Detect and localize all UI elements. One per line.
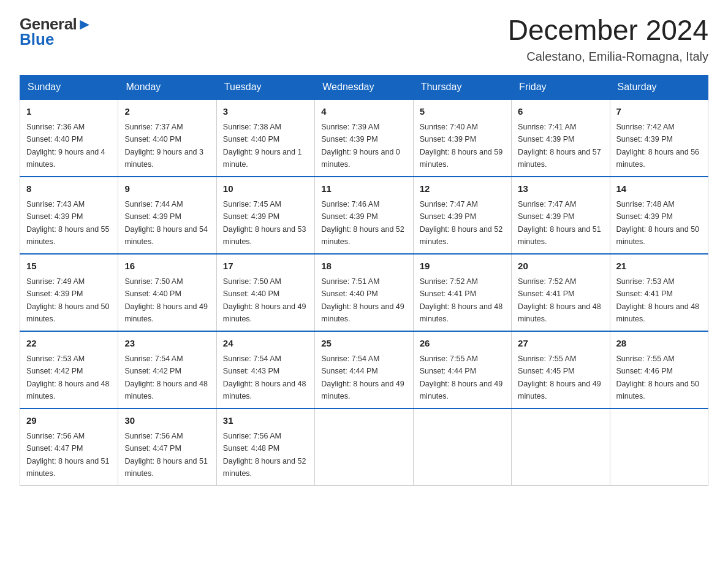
day-number: 28 — [616, 337, 702, 351]
day-info: Sunrise: 7:56 AMSunset: 4:48 PMDaylight:… — [223, 432, 306, 478]
calendar-cell: 31 Sunrise: 7:56 AMSunset: 4:48 PMDaylig… — [216, 408, 314, 486]
week-row-2: 8 Sunrise: 7:43 AMSunset: 4:39 PMDayligh… — [20, 177, 708, 254]
calendar-cell: 27 Sunrise: 7:55 AMSunset: 4:45 PMDaylig… — [512, 331, 610, 408]
day-number: 18 — [321, 259, 406, 274]
calendar-cell: 9 Sunrise: 7:44 AMSunset: 4:39 PMDayligh… — [118, 177, 216, 254]
calendar-cell: 13 Sunrise: 7:47 AMSunset: 4:39 PMDaylig… — [512, 177, 610, 254]
day-info: Sunrise: 7:51 AMSunset: 4:40 PMDaylight:… — [321, 277, 404, 323]
day-headers-row: Sunday Monday Tuesday Wednesday Thursday… — [20, 75, 708, 99]
header-monday: Monday — [118, 75, 216, 99]
calendar-cell: 19 Sunrise: 7:52 AMSunset: 4:41 PMDaylig… — [413, 254, 511, 331]
day-info: Sunrise: 7:44 AMSunset: 4:39 PMDaylight:… — [124, 200, 208, 246]
page-header: General► Blue December 2024 Calestano, E… — [20, 15, 708, 64]
calendar-cell: 18 Sunrise: 7:51 AMSunset: 4:40 PMDaylig… — [315, 254, 413, 331]
day-number: 8 — [26, 182, 112, 196]
day-info: Sunrise: 7:55 AMSunset: 4:46 PMDaylight:… — [616, 354, 700, 400]
calendar-cell: 11 Sunrise: 7:46 AMSunset: 4:39 PMDaylig… — [315, 177, 413, 254]
day-info: Sunrise: 7:37 AMSunset: 4:40 PMDaylight:… — [124, 123, 203, 169]
day-info: Sunrise: 7:47 AMSunset: 4:39 PMDaylight:… — [420, 200, 503, 246]
calendar-cell: 25 Sunrise: 7:54 AMSunset: 4:44 PMDaylig… — [315, 331, 413, 408]
day-number: 1 — [26, 105, 112, 119]
header-tuesday: Tuesday — [216, 75, 314, 99]
day-info: Sunrise: 7:50 AMSunset: 4:40 PMDaylight:… — [124, 277, 208, 323]
calendar-cell: 5 Sunrise: 7:40 AMSunset: 4:39 PMDayligh… — [413, 99, 511, 177]
calendar-cell: 24 Sunrise: 7:54 AMSunset: 4:43 PMDaylig… — [216, 331, 314, 408]
day-info: Sunrise: 7:52 AMSunset: 4:41 PMDaylight:… — [518, 277, 601, 323]
calendar-cell: 15 Sunrise: 7:49 AMSunset: 4:39 PMDaylig… — [20, 254, 118, 331]
day-info: Sunrise: 7:46 AMSunset: 4:39 PMDaylight:… — [321, 200, 404, 246]
day-number: 7 — [616, 105, 702, 119]
day-number: 10 — [223, 182, 308, 196]
day-info: Sunrise: 7:56 AMSunset: 4:47 PMDaylight:… — [26, 432, 110, 478]
day-info: Sunrise: 7:53 AMSunset: 4:42 PMDaylight:… — [26, 354, 110, 400]
day-info: Sunrise: 7:54 AMSunset: 4:44 PMDaylight:… — [321, 354, 404, 400]
logo-blue-text: Blue — [20, 30, 54, 49]
calendar-cell: 4 Sunrise: 7:39 AMSunset: 4:39 PMDayligh… — [315, 99, 413, 177]
day-info: Sunrise: 7:39 AMSunset: 4:39 PMDaylight:… — [321, 123, 400, 169]
day-number: 16 — [124, 259, 210, 274]
day-number: 2 — [124, 105, 210, 119]
day-number: 29 — [26, 414, 112, 428]
day-info: Sunrise: 7:54 AMSunset: 4:42 PMDaylight:… — [124, 354, 208, 400]
day-info: Sunrise: 7:41 AMSunset: 4:39 PMDaylight:… — [518, 123, 601, 169]
calendar-cell — [413, 408, 511, 486]
day-info: Sunrise: 7:55 AMSunset: 4:44 PMDaylight:… — [420, 354, 503, 400]
day-info: Sunrise: 7:43 AMSunset: 4:39 PMDaylight:… — [26, 200, 110, 246]
week-row-5: 29 Sunrise: 7:56 AMSunset: 4:47 PMDaylig… — [20, 408, 708, 486]
header-thursday: Thursday — [413, 75, 511, 99]
day-number: 31 — [223, 414, 308, 428]
day-number: 22 — [26, 337, 112, 351]
day-info: Sunrise: 7:54 AMSunset: 4:43 PMDaylight:… — [223, 354, 306, 400]
day-info: Sunrise: 7:36 AMSunset: 4:40 PMDaylight:… — [26, 123, 105, 169]
location-title: Calestano, Emilia-Romagna, Italy — [508, 50, 708, 64]
day-number: 9 — [124, 182, 210, 196]
day-info: Sunrise: 7:47 AMSunset: 4:39 PMDaylight:… — [518, 200, 601, 246]
day-info: Sunrise: 7:49 AMSunset: 4:39 PMDaylight:… — [26, 277, 110, 323]
day-info: Sunrise: 7:48 AMSunset: 4:39 PMDaylight:… — [616, 200, 700, 246]
week-row-3: 15 Sunrise: 7:49 AMSunset: 4:39 PMDaylig… — [20, 254, 708, 331]
calendar-cell — [610, 408, 708, 486]
day-number: 5 — [420, 105, 505, 119]
day-number: 11 — [321, 182, 406, 196]
day-number: 30 — [124, 414, 210, 428]
day-info: Sunrise: 7:40 AMSunset: 4:39 PMDaylight:… — [420, 123, 503, 169]
calendar-cell: 30 Sunrise: 7:56 AMSunset: 4:47 PMDaylig… — [118, 408, 216, 486]
calendar-cell: 12 Sunrise: 7:47 AMSunset: 4:39 PMDaylig… — [413, 177, 511, 254]
week-row-4: 22 Sunrise: 7:53 AMSunset: 4:42 PMDaylig… — [20, 331, 708, 408]
calendar-cell: 6 Sunrise: 7:41 AMSunset: 4:39 PMDayligh… — [512, 99, 610, 177]
day-number: 14 — [616, 182, 702, 196]
day-number: 19 — [420, 259, 505, 274]
day-number: 25 — [321, 337, 406, 351]
calendar-cell: 1 Sunrise: 7:36 AMSunset: 4:40 PMDayligh… — [20, 99, 118, 177]
day-info: Sunrise: 7:52 AMSunset: 4:41 PMDaylight:… — [420, 277, 503, 323]
day-info: Sunrise: 7:53 AMSunset: 4:41 PMDaylight:… — [616, 277, 700, 323]
calendar-cell: 17 Sunrise: 7:50 AMSunset: 4:40 PMDaylig… — [216, 254, 314, 331]
calendar-cell: 7 Sunrise: 7:42 AMSunset: 4:39 PMDayligh… — [610, 99, 708, 177]
day-number: 21 — [616, 259, 702, 274]
week-row-1: 1 Sunrise: 7:36 AMSunset: 4:40 PMDayligh… — [20, 99, 708, 177]
header-saturday: Saturday — [610, 75, 708, 99]
day-number: 24 — [223, 337, 308, 351]
day-info: Sunrise: 7:55 AMSunset: 4:45 PMDaylight:… — [518, 354, 601, 400]
day-number: 26 — [420, 337, 505, 351]
calendar-cell: 23 Sunrise: 7:54 AMSunset: 4:42 PMDaylig… — [118, 331, 216, 408]
calendar-cell — [512, 408, 610, 486]
day-number: 6 — [518, 105, 603, 119]
title-block: December 2024 Calestano, Emilia-Romagna,… — [508, 15, 708, 64]
day-info: Sunrise: 7:38 AMSunset: 4:40 PMDaylight:… — [223, 123, 302, 169]
calendar-cell: 3 Sunrise: 7:38 AMSunset: 4:40 PMDayligh… — [216, 99, 314, 177]
day-info: Sunrise: 7:45 AMSunset: 4:39 PMDaylight:… — [223, 200, 306, 246]
calendar-cell: 16 Sunrise: 7:50 AMSunset: 4:40 PMDaylig… — [118, 254, 216, 331]
day-number: 23 — [124, 337, 210, 351]
calendar-cell: 8 Sunrise: 7:43 AMSunset: 4:39 PMDayligh… — [20, 177, 118, 254]
calendar-cell: 22 Sunrise: 7:53 AMSunset: 4:42 PMDaylig… — [20, 331, 118, 408]
day-number: 3 — [223, 105, 308, 119]
calendar-cell — [315, 408, 413, 486]
month-title: December 2024 — [508, 15, 708, 46]
calendar-cell: 20 Sunrise: 7:52 AMSunset: 4:41 PMDaylig… — [512, 254, 610, 331]
day-info: Sunrise: 7:50 AMSunset: 4:40 PMDaylight:… — [223, 277, 306, 323]
day-number: 12 — [420, 182, 505, 196]
header-friday: Friday — [512, 75, 610, 99]
calendar-cell: 21 Sunrise: 7:53 AMSunset: 4:41 PMDaylig… — [610, 254, 708, 331]
calendar-cell: 10 Sunrise: 7:45 AMSunset: 4:39 PMDaylig… — [216, 177, 314, 254]
